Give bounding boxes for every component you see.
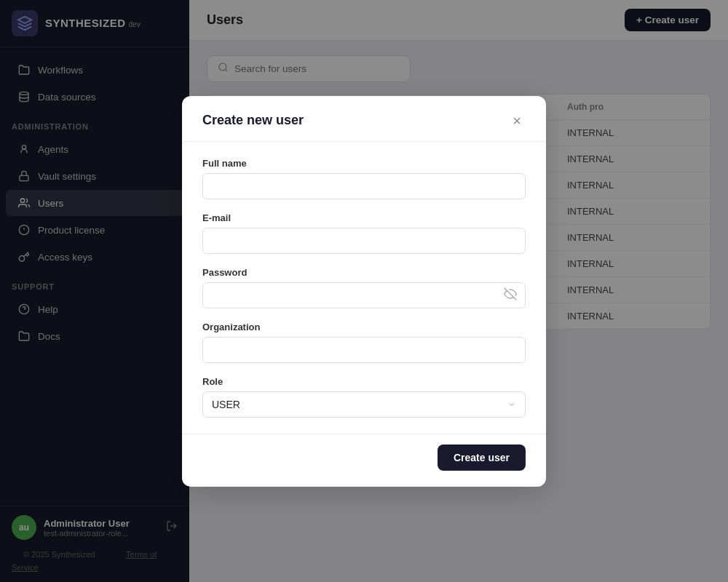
create-user-modal: Create new user × Full name E-mail Passw… [182,96,546,487]
modal-header: Create new user × [182,96,546,142]
modal-title: Create new user [202,113,304,128]
password-group: Password [202,267,526,308]
create-user-button[interactable]: Create user [438,445,526,471]
full-name-input[interactable] [202,173,526,199]
full-name-group: Full name [202,158,526,199]
password-input-wrap [202,282,526,308]
email-input[interactable] [202,228,526,254]
email-label: E-mail [202,212,526,223]
organization-group: Organization [202,322,526,363]
modal-body: Full name E-mail Password Organization [182,142,546,434]
role-select[interactable]: USER ADMINISTRATOR COMPLIANCE OWNER [202,391,526,418]
organization-input[interactable] [202,337,526,363]
modal-footer: Create user [182,434,546,487]
toggle-password-icon[interactable] [504,287,517,303]
password-label: Password [202,267,526,278]
role-label: Role [202,376,526,387]
email-group: E-mail [202,212,526,254]
modal-overlay: Create new user × Full name E-mail Passw… [0,0,728,582]
role-group: Role USER ADMINISTRATOR COMPLIANCE OWNER [202,376,526,418]
organization-label: Organization [202,322,526,332]
full-name-label: Full name [202,158,526,169]
modal-close-button[interactable]: × [508,112,526,129]
password-input[interactable] [202,282,526,308]
